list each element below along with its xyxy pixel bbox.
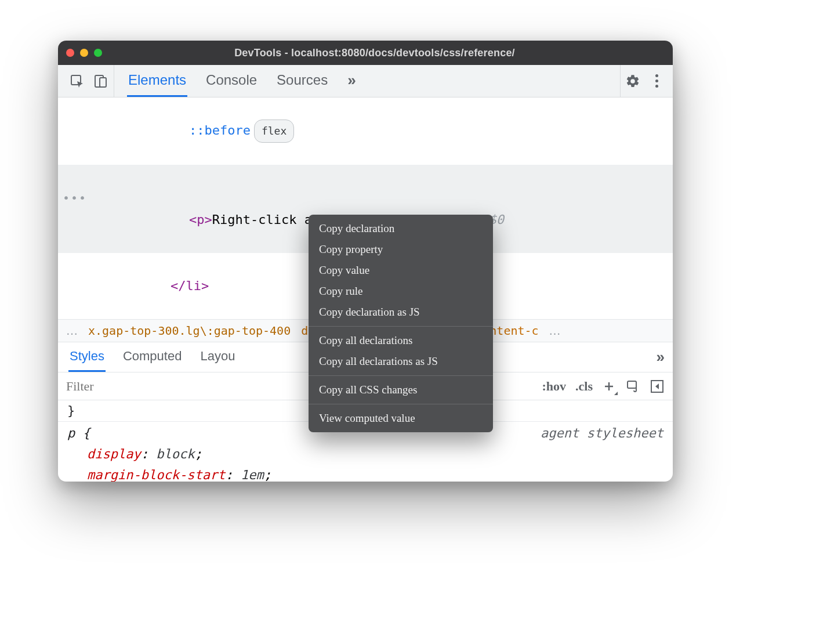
menu-copy-value[interactable]: Copy value: [309, 260, 493, 281]
subtab-layout[interactable]: Layou: [199, 342, 236, 372]
cls-toggle[interactable]: .cls: [575, 379, 593, 394]
window-title: DevTools - localhost:8080/docs/devtools/…: [108, 47, 665, 59]
stylesheet-source[interactable]: agent stylesheet: [541, 423, 663, 444]
tab-console[interactable]: Console: [205, 65, 258, 97]
device-toggle-icon[interactable]: [93, 74, 108, 89]
menu-copy-property[interactable]: Copy property: [309, 239, 493, 260]
expand-icon[interactable]: •••: [63, 187, 87, 209]
menu-copy-declaration[interactable]: Copy declaration: [309, 218, 493, 239]
crumb-1[interactable]: x.gap-top-300.lg\:gap-top-400: [88, 324, 291, 338]
menu-copy-rule[interactable]: Copy rule: [309, 281, 493, 302]
svg-rect-2: [100, 78, 106, 87]
inspect-element-icon[interactable]: [70, 74, 85, 89]
new-rule-icon[interactable]: [602, 379, 616, 393]
panel-tabs: Elements Console Sources »: [114, 65, 620, 97]
window-controls: [66, 49, 102, 57]
devtools-window: DevTools - localhost:8080/docs/devtools/…: [58, 41, 673, 482]
crumb-left-ellipsis[interactable]: …: [66, 324, 78, 338]
minimize-window-icon[interactable]: [80, 49, 88, 57]
more-subtabs-icon[interactable]: »: [657, 342, 662, 372]
tag-open: <p>: [189, 212, 212, 227]
more-options-icon[interactable]: [651, 74, 662, 88]
menu-view-computed-value[interactable]: View computed value: [309, 408, 493, 429]
pseudo-element: ::before: [189, 123, 251, 138]
settings-icon[interactable]: [625, 74, 640, 89]
tab-sources[interactable]: Sources: [275, 65, 329, 97]
computed-panel-icon[interactable]: [650, 379, 665, 394]
tab-elements[interactable]: Elements: [127, 65, 187, 97]
menu-copy-all-css-changes[interactable]: Copy all CSS changes: [309, 379, 493, 400]
declaration[interactable]: display: block;: [67, 444, 663, 465]
menu-separator: [309, 326, 493, 327]
menu-copy-declaration-js[interactable]: Copy declaration as JS: [309, 302, 493, 323]
menu-copy-all-declarations[interactable]: Copy all declarations: [309, 330, 493, 351]
menu-separator: [309, 375, 493, 376]
titlebar: DevTools - localhost:8080/docs/devtools/…: [58, 41, 673, 65]
zoom-window-icon[interactable]: [94, 49, 102, 57]
crumb-right-ellipsis[interactable]: …: [549, 324, 561, 338]
menu-copy-all-declarations-js[interactable]: Copy all declarations as JS: [309, 351, 493, 372]
menu-separator: [309, 404, 493, 404]
dom-pseudo-row[interactable]: ::beforeflex: [58, 97, 673, 165]
subtab-computed[interactable]: Computed: [122, 342, 183, 372]
flex-badge[interactable]: flex: [254, 120, 294, 143]
svg-rect-3: [628, 381, 636, 388]
more-tabs-icon[interactable]: »: [346, 65, 354, 97]
main-toolbar: Elements Console Sources »: [58, 65, 673, 97]
declaration[interactable]: margin-block-start: 1em;: [67, 465, 663, 482]
close-window-icon[interactable]: [66, 49, 74, 57]
hov-toggle[interactable]: :hov: [542, 379, 566, 394]
context-menu: Copy declaration Copy property Copy valu…: [309, 215, 493, 432]
closing-li: </li>: [171, 278, 209, 293]
subtab-styles[interactable]: Styles: [68, 342, 106, 372]
selector[interactable]: p {: [67, 423, 90, 444]
paint-bucket-icon[interactable]: [625, 379, 640, 394]
